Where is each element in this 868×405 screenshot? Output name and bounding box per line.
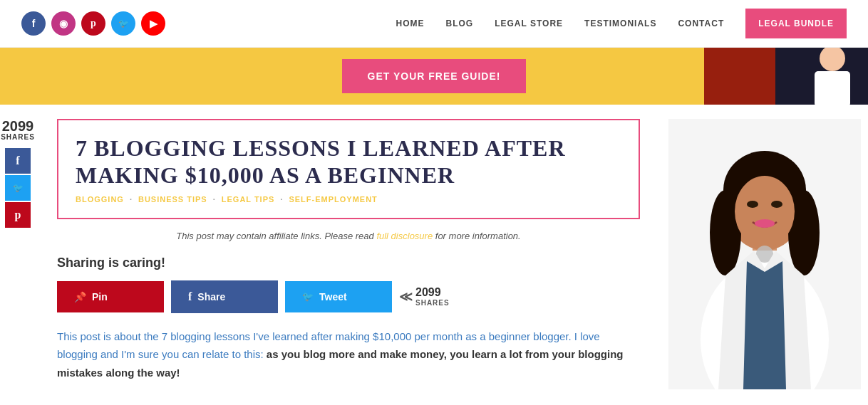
- pin-label: Pin: [92, 291, 108, 303]
- pin-button[interactable]: 📌 Pin: [57, 281, 164, 312]
- svg-point-12: [747, 201, 758, 208]
- nav-legal-store[interactable]: LEGAL STORE: [495, 19, 563, 28]
- social-icons-group: f ◉ p 🐦 ▶: [21, 11, 165, 36]
- youtube-icon[interactable]: ▶: [141, 11, 165, 36]
- side-pinterest-button[interactable]: p: [5, 202, 31, 228]
- side-share-count: 2099: [2, 119, 34, 133]
- disclosure-prefix: This post may contain affiliate links. P…: [176, 231, 376, 241]
- pin-icon: 📌: [74, 291, 86, 303]
- nav-contact[interactable]: CONTACT: [678, 19, 724, 28]
- cat-sep-3: ·: [280, 195, 283, 204]
- svg-point-11: [735, 176, 795, 247]
- full-disclosure-link[interactable]: full disclosure: [376, 231, 433, 241]
- svg-rect-1: [704, 48, 775, 105]
- banner-person-image: [704, 48, 868, 105]
- side-twitter-button[interactable]: 🐦: [5, 175, 31, 201]
- tweet-button[interactable]: 🐦 Tweet: [285, 281, 392, 312]
- nav-testimonials[interactable]: TESTIMONIALS: [584, 19, 656, 28]
- main-nav: HOME BLOG LEGAL STORE TESTIMONIALS CONTA…: [396, 9, 847, 38]
- share-buttons-row: 📌 Pin f Share 🐦 Tweet ≪ 2099 SHARES: [57, 280, 640, 313]
- banner-section: GET YOUR FREE GUIDE!: [0, 48, 868, 105]
- tweet-icon: 🐦: [302, 291, 314, 302]
- free-guide-button[interactable]: GET YOUR FREE GUIDE!: [342, 59, 527, 93]
- sidebar: [661, 105, 868, 404]
- disclosure-text: This post may contain affiliate links. P…: [57, 231, 640, 241]
- svg-point-13: [771, 201, 782, 208]
- category-self-employment[interactable]: SELF-EMPLOYMENT: [289, 195, 377, 204]
- disclosure-suffix: for more information.: [433, 231, 521, 241]
- share-icon: f: [188, 290, 192, 303]
- tweet-label: Tweet: [319, 291, 347, 303]
- banner-image: [704, 48, 868, 105]
- share-count-icon: ≪: [399, 289, 413, 305]
- category-blogging[interactable]: BLOGGING: [76, 195, 124, 204]
- sidebar-person-image: [668, 119, 861, 389]
- category-business-tips[interactable]: BUSINESS TIPS: [138, 195, 207, 204]
- nav-home[interactable]: HOME: [396, 19, 425, 28]
- article-body: This post is about the 7 blogging lesson…: [57, 327, 640, 382]
- side-share-bar: 2099 SHARES f 🐦 p: [0, 105, 36, 404]
- share-count-display: ≪ 2099 SHARES: [399, 286, 450, 307]
- share-count-label: SHARES: [415, 299, 450, 307]
- main-content: 2099 SHARES f 🐦 p 7 BLOGGING LESSONS I L…: [0, 105, 868, 404]
- legal-bundle-button[interactable]: LEGAL BUNDLE: [745, 9, 847, 38]
- site-header: f ◉ p 🐦 ▶ HOME BLOG LEGAL STORE TESTIMON…: [0, 0, 868, 48]
- share-count-number: 2099: [415, 286, 450, 299]
- sharing-title: Sharing is caring!: [57, 256, 640, 270]
- article-content: 7 BLOGGING LESSONS I LEARNED AFTER MAKIN…: [36, 105, 661, 404]
- pinterest-icon[interactable]: p: [81, 11, 105, 36]
- category-legal-tips[interactable]: LEGAL TIPS: [222, 195, 275, 204]
- side-facebook-button[interactable]: f: [5, 148, 31, 174]
- article-title: 7 BLOGGING LESSONS I LEARNED AFTER MAKIN…: [76, 135, 621, 189]
- svg-rect-3: [815, 71, 850, 105]
- cat-sep-2: ·: [213, 195, 216, 204]
- svg-point-14: [755, 219, 775, 228]
- share-button[interactable]: f Share: [171, 280, 278, 313]
- facebook-icon[interactable]: f: [21, 11, 46, 36]
- share-label: Share: [197, 291, 225, 303]
- instagram-icon[interactable]: ◉: [51, 11, 76, 36]
- article-title-box: 7 BLOGGING LESSONS I LEARNED AFTER MAKIN…: [57, 119, 640, 219]
- article-categories: BLOGGING · BUSINESS TIPS · LEGAL TIPS · …: [76, 195, 621, 204]
- side-share-label: SHARES: [1, 133, 35, 141]
- twitter-icon[interactable]: 🐦: [111, 11, 135, 36]
- cat-sep-1: ·: [130, 195, 133, 204]
- nav-blog[interactable]: BLOG: [446, 19, 474, 28]
